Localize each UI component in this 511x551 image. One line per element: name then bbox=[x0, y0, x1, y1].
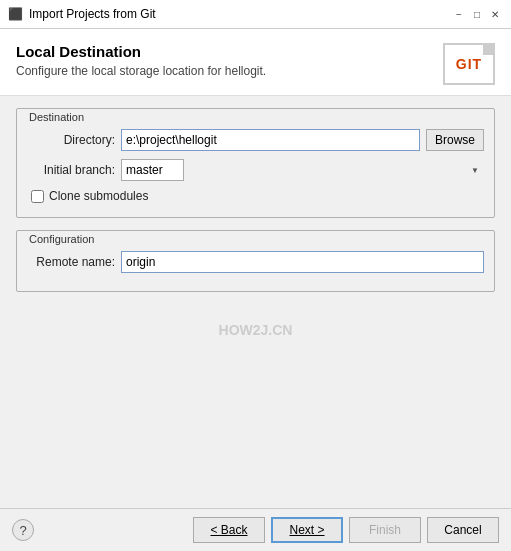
git-logo: GIT bbox=[443, 43, 495, 85]
main-area: Destination Directory: Browse Initial br… bbox=[0, 96, 511, 508]
page-subtitle: Configure the local storage location for… bbox=[16, 64, 443, 78]
cancel-button[interactable]: Cancel bbox=[427, 517, 499, 543]
header-title-area: Local Destination Configure the local st… bbox=[16, 43, 443, 78]
title-bar-controls: − □ ✕ bbox=[451, 6, 503, 22]
page-title: Local Destination bbox=[16, 43, 443, 60]
close-button[interactable]: ✕ bbox=[487, 6, 503, 22]
initial-branch-label: Initial branch: bbox=[27, 163, 115, 177]
watermark: HOW2J.CN bbox=[16, 322, 495, 338]
minimize-button[interactable]: − bbox=[451, 6, 467, 22]
back-button[interactable]: < Back bbox=[193, 517, 265, 543]
remote-name-row: Remote name: bbox=[27, 251, 484, 273]
browse-button[interactable]: Browse bbox=[426, 129, 484, 151]
configuration-group: Configuration Remote name: bbox=[16, 230, 495, 292]
initial-branch-select[interactable]: master bbox=[121, 159, 184, 181]
help-button[interactable]: ? bbox=[12, 519, 34, 541]
finish-button: Finish bbox=[349, 517, 421, 543]
title-bar-title: Import Projects from Git bbox=[29, 7, 445, 21]
directory-input[interactable] bbox=[121, 129, 420, 151]
remote-name-label: Remote name: bbox=[27, 255, 115, 269]
clone-submodules-checkbox[interactable] bbox=[31, 190, 44, 203]
maximize-button[interactable]: □ bbox=[469, 6, 485, 22]
next-button[interactable]: Next > bbox=[271, 517, 343, 543]
footer-right: < Back Next > Finish Cancel bbox=[193, 517, 499, 543]
clone-submodules-row: Clone submodules bbox=[27, 189, 484, 203]
header-section: Local Destination Configure the local st… bbox=[0, 29, 511, 96]
dialog-content: Local Destination Configure the local st… bbox=[0, 29, 511, 551]
git-logo-tab bbox=[483, 43, 495, 55]
clone-submodules-label[interactable]: Clone submodules bbox=[49, 189, 148, 203]
title-bar: ⬛ Import Projects from Git − □ ✕ bbox=[0, 0, 511, 29]
directory-row: Directory: Browse bbox=[27, 129, 484, 151]
destination-group: Destination Directory: Browse Initial br… bbox=[16, 108, 495, 218]
initial-branch-row: Initial branch: master bbox=[27, 159, 484, 181]
remote-name-input[interactable] bbox=[121, 251, 484, 273]
destination-group-label: Destination bbox=[27, 111, 86, 123]
title-bar-icon: ⬛ bbox=[8, 7, 23, 21]
footer: ? < Back Next > Finish Cancel bbox=[0, 508, 511, 551]
footer-left: ? bbox=[12, 519, 34, 541]
initial-branch-select-wrapper: master bbox=[121, 159, 484, 181]
configuration-group-label: Configuration bbox=[27, 233, 96, 245]
directory-label: Directory: bbox=[27, 133, 115, 147]
